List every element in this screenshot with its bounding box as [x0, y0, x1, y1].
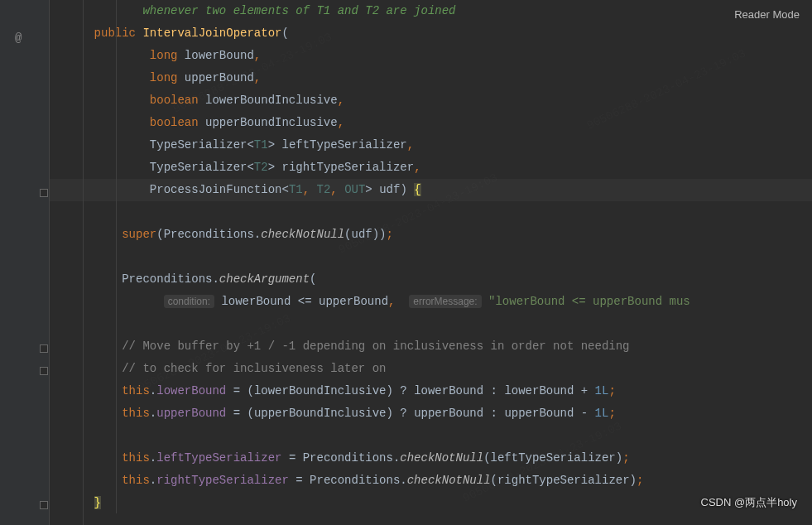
- number: 1L: [595, 407, 609, 420]
- keyword: this: [122, 407, 150, 420]
- brace-highlight: }: [94, 496, 101, 509]
- fold-toggle[interactable]: [40, 367, 48, 375]
- keyword: this: [122, 451, 150, 465]
- annotation-icon: @: [15, 31, 22, 45]
- param: upperBound: [185, 71, 254, 84]
- editor-gutter: @: [0, 0, 50, 525]
- comment: // Move buffer by +1 / -1 depending on i…: [122, 340, 629, 353]
- inlay-hint: condition:: [164, 295, 214, 308]
- field: rightTypeSerializer: [156, 474, 289, 487]
- code-line-blank[interactable]: [50, 246, 812, 268]
- javadoc-text: whenever two elements of T1 and T2 are j…: [142, 4, 455, 17]
- generic-type: T2: [317, 183, 331, 196]
- param: upperBoundInclusive: [205, 116, 338, 129]
- code-line[interactable]: TypeSerializer<T1> leftTypeSerializer,: [50, 134, 812, 157]
- code-line-blank[interactable]: [50, 425, 812, 447]
- constructor-name: IntervalJoinOperator: [142, 26, 281, 40]
- keyword: this: [122, 474, 150, 487]
- class-ref: Preconditions: [164, 228, 254, 241]
- expression: lowerBound <= upperBound: [221, 295, 388, 308]
- method-call: checkArgument: [219, 272, 310, 286]
- type: TypeSerializer: [150, 138, 247, 152]
- type: TypeSerializer: [150, 161, 247, 174]
- method-call: checkNotNull: [407, 474, 491, 487]
- class-ref: Preconditions: [122, 272, 212, 286]
- brace-highlight: {: [414, 183, 420, 196]
- code-line[interactable]: TypeSerializer<T2> rightTypeSerializer,: [50, 157, 812, 179]
- code-line[interactable]: this.leftTypeSerializer = Preconditions.…: [50, 447, 812, 470]
- type: ProcessJoinFunction: [150, 183, 282, 196]
- class-ref: Preconditions: [303, 451, 393, 465]
- identifier: upperBound: [414, 407, 483, 420]
- code-line[interactable]: long lowerBound,: [50, 45, 812, 67]
- generic-type: OUT: [344, 183, 365, 196]
- identifier: leftTypeSerializer: [491, 451, 616, 465]
- fold-toggle[interactable]: [40, 344, 48, 353]
- generic-type: T2: [254, 161, 268, 174]
- keyword: boolean: [150, 116, 199, 129]
- code-line[interactable]: this.upperBound = (upperBoundInclusive) …: [50, 402, 812, 425]
- code-line[interactable]: public IntervalJoinOperator(: [50, 22, 812, 45]
- identifier: lowerBound: [504, 384, 574, 397]
- fold-toggle[interactable]: [40, 189, 48, 197]
- param: lowerBoundInclusive: [205, 94, 338, 107]
- keyword: boolean: [150, 94, 199, 107]
- code-line[interactable]: }: [50, 492, 812, 514]
- string-literal: "lowerBound <= upperBound mus: [488, 295, 690, 308]
- field: lowerBound: [156, 384, 226, 397]
- generic-type: T1: [289, 183, 303, 196]
- param: lowerBound: [185, 49, 254, 62]
- keyword: long: [150, 49, 178, 62]
- number: 1L: [595, 384, 609, 397]
- code-line[interactable]: // to check for inclusiveness later on: [50, 358, 812, 380]
- keyword: super: [122, 228, 156, 241]
- identifier: lowerBound: [414, 384, 483, 397]
- code-editor[interactable]: whenever two elements of T1 and T2 are j…: [50, 0, 812, 514]
- code-line-current[interactable]: ProcessJoinFunction<T1, T2, OUT> udf) {: [50, 179, 812, 201]
- fold-toggle[interactable]: [40, 501, 48, 509]
- identifier: upperBound: [504, 407, 574, 420]
- code-line[interactable]: this.rightTypeSerializer = Preconditions…: [50, 470, 812, 492]
- code-line-blank[interactable]: [50, 313, 812, 335]
- comment: // to check for inclusiveness later on: [122, 362, 386, 375]
- field: leftTypeSerializer: [156, 451, 281, 465]
- code-line[interactable]: boolean lowerBoundInclusive,: [50, 89, 812, 112]
- param: udf: [379, 183, 400, 196]
- identifier: upperBoundInclusive: [254, 407, 387, 420]
- keyword: this: [122, 384, 150, 397]
- code-line[interactable]: whenever two elements of T1 and T2 are j…: [50, 0, 812, 22]
- param: leftTypeSerializer: [281, 138, 406, 152]
- identifier: lowerBoundInclusive: [254, 384, 387, 397]
- code-line[interactable]: long upperBound,: [50, 67, 812, 89]
- code-line[interactable]: // Move buffer by +1 / -1 depending on i…: [50, 335, 812, 358]
- generic-type: T1: [254, 138, 268, 152]
- identifier: udf: [352, 228, 372, 241]
- code-line[interactable]: Preconditions.checkArgument(: [50, 268, 812, 291]
- method-call: checkNotNull: [400, 451, 483, 465]
- code-line[interactable]: boolean upperBoundInclusive,: [50, 112, 812, 134]
- code-line[interactable]: this.lowerBound = (lowerBoundInclusive) …: [50, 380, 812, 402]
- method-call: checkNotNull: [261, 228, 344, 241]
- param: rightTypeSerializer: [281, 161, 414, 174]
- csdn-watermark: CSDN @两点半holy: [701, 495, 798, 510]
- identifier: rightTypeSerializer: [497, 474, 630, 487]
- inlay-hint: errorMessage:: [409, 295, 481, 308]
- field: upperBound: [156, 407, 226, 420]
- code-line[interactable]: super(Preconditions.checkNotNull(udf));: [50, 224, 812, 246]
- code-line-blank[interactable]: [50, 201, 812, 224]
- code-line[interactable]: condition: lowerBound <= upperBound, err…: [50, 291, 812, 313]
- keyword: public: [94, 26, 136, 40]
- keyword: long: [150, 71, 178, 84]
- class-ref: Preconditions: [310, 474, 400, 487]
